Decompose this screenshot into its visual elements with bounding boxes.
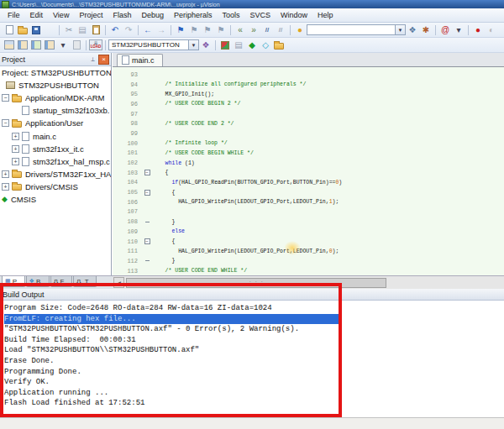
tree-item-cmsis[interactable]: ◆CMSIS: [0, 193, 111, 206]
help-search-icon[interactable]: @: [438, 24, 452, 36]
incremental-find-icon[interactable]: ✱: [419, 24, 433, 36]
collapse-icon[interactable]: −: [2, 119, 9, 127]
tree-item-label: STM32PUSHBUTTON: [18, 81, 99, 90]
tree-item-main-c[interactable]: +main.c: [0, 129, 111, 142]
editor-tab-main-c[interactable]: main.c: [117, 54, 163, 66]
outdent-icon[interactable]: «: [234, 24, 247, 36]
open-file-icon[interactable]: [16, 24, 29, 36]
find-in-files-icon[interactable]: ●: [293, 24, 307, 36]
copy-icon[interactable]: ▤: [76, 24, 89, 36]
options-for-target-icon[interactable]: ❖: [199, 39, 213, 51]
expand-icon[interactable]: +: [12, 145, 19, 153]
breakpoint-disable-icon[interactable]: ◐: [485, 24, 498, 36]
bookmark-prev-icon[interactable]: ⚑: [187, 24, 201, 36]
save-all-icon[interactable]: [43, 24, 56, 36]
fold-collapse-icon[interactable]: −: [144, 190, 150, 196]
bookmark-toggle-icon[interactable]: ⚑: [174, 24, 187, 36]
line-number: 98: [113, 120, 142, 127]
menu-help[interactable]: Help: [312, 10, 339, 20]
menu-flash[interactable]: Flash: [108, 10, 136, 20]
menu-window[interactable]: Window: [276, 10, 312, 20]
navigate-forward-icon[interactable]: →: [155, 24, 168, 36]
download-load-icon[interactable]: ⇊LOAD: [89, 39, 102, 51]
expand-icon[interactable]: +: [2, 183, 9, 191]
tree-item-drivers-stm32f1xx-hal-[interactable]: +Drivers/STM32F1xx_HAL_: [0, 168, 111, 180]
hscrollbar-thumb[interactable]: ⋮⋮⋮: [126, 278, 386, 288]
help-search-caret-icon[interactable]: ▾: [452, 24, 465, 36]
build-output-line: Verify OK.: [4, 377, 504, 388]
fold-collapse-icon[interactable]: −: [144, 238, 150, 244]
undo-icon[interactable]: ↶: [108, 24, 122, 36]
code-text: HAL_GPIO_WritePin(LEDOUT_GPIO_Port,LEDOU…: [152, 249, 339, 254]
new-file-icon[interactable]: [3, 24, 16, 36]
menu-project[interactable]: Project: [74, 10, 108, 20]
navigate-back-icon[interactable]: ←: [141, 24, 155, 36]
fold-collapse-icon[interactable]: −: [144, 170, 150, 175]
expand-icon[interactable]: +: [12, 133, 19, 140]
bookmark-clear-icon[interactable]: ⚑: [214, 24, 228, 36]
batch-build-caret-icon[interactable]: ▾: [56, 39, 70, 51]
configure-target-icon[interactable]: ◇: [259, 39, 272, 51]
editor-hscrollbar[interactable]: ◀ ⋮⋮⋮: [113, 275, 504, 289]
expand-icon[interactable]: +: [2, 170, 9, 178]
tab-books[interactable]: ❖B...: [26, 276, 50, 287]
paste-icon[interactable]: [89, 24, 102, 36]
search-combobox[interactable]: ▼: [307, 24, 406, 35]
tree-item-drivers-cmsis[interactable]: +Drivers/CMSIS: [0, 180, 111, 193]
code-area[interactable]: 9394 /* Initialize all configured periph…: [113, 67, 504, 275]
manage-components-icon[interactable]: [218, 39, 232, 51]
tree-item-application-user[interactable]: −Application/User: [0, 117, 111, 129]
menu-edit[interactable]: Edit: [25, 10, 49, 20]
menu-svcs[interactable]: SVCS: [245, 10, 276, 20]
tree-item-stm32f1xx-hal-msp-c[interactable]: +stm32f1xx_hal_msp.c: [0, 155, 111, 168]
target-combobox[interactable]: STM32PUSHBUTTON▼: [108, 39, 199, 50]
expand-icon[interactable]: +: [12, 158, 19, 165]
menu-view[interactable]: View: [48, 10, 74, 20]
tab-functions[interactable]: {} F...: [50, 276, 72, 287]
fold-end-mark: [145, 260, 150, 261]
find-icon[interactable]: ❖: [406, 24, 419, 36]
redo-icon[interactable]: ↷: [122, 24, 135, 36]
bookmark-next-icon[interactable]: ⚑: [201, 24, 214, 36]
tree-item-stm32pushbutton[interactable]: STM32PUSHBUTTON: [0, 79, 111, 92]
build-icon[interactable]: [16, 39, 29, 51]
rebuild-all-icon[interactable]: [29, 39, 43, 51]
build-output-title: Build Output: [3, 290, 45, 299]
indent-icon[interactable]: »: [247, 24, 260, 36]
translate-file-icon[interactable]: [3, 39, 16, 51]
code-text: if(HAL_GPIO_ReadPin(BUTTON_GPIO_Port,BUT…: [152, 180, 342, 186]
uncomment-icon[interactable]: //: [274, 24, 287, 36]
menu-tools[interactable]: Tools: [217, 10, 244, 20]
code-line: 113 /* USER CODE END WHILE */: [113, 266, 504, 275]
tab-templates[interactable]: {}, T...: [73, 276, 97, 287]
menu-file[interactable]: File: [3, 10, 25, 20]
file-extensions-icon[interactable]: ▤: [232, 39, 245, 51]
scroll-left-arrow-icon[interactable]: ◀: [113, 277, 124, 288]
save-icon[interactable]: [29, 24, 43, 36]
run-time-environment-icon[interactable]: ◆: [245, 39, 259, 51]
cut-icon[interactable]: ✂: [62, 24, 76, 36]
status-bar: [0, 417, 504, 429]
comment-icon[interactable]: //: [260, 24, 274, 36]
file-icon: [22, 144, 29, 154]
collapse-icon[interactable]: −: [2, 94, 9, 102]
build-output-body[interactable]: Program Size: Code=2648 RO-data=284 RW-d…: [0, 301, 504, 409]
batch-build-icon[interactable]: [43, 39, 56, 51]
tab-project[interactable]: ▦P...: [2, 276, 25, 287]
pack-installer-icon[interactable]: [272, 39, 286, 51]
menu-debug[interactable]: Debug: [136, 10, 169, 20]
pin-icon[interactable]: ⟂: [88, 55, 97, 64]
stop-build-icon[interactable]: [70, 39, 83, 51]
close-icon[interactable]: ×: [98, 55, 109, 65]
tree-item-project-stm32pushbutton[interactable]: Project: STM32PUSHBUTTON: [0, 66, 111, 79]
tree-item-stm32f1xx-it-c[interactable]: +stm32f1xx_it.c: [0, 143, 111, 155]
code-line: 111 HAL_GPIO_WritePin(LEDOUT_GPIO_Port,L…: [113, 246, 504, 256]
tree-item-application-mdk-arm[interactable]: −Application/MDK-ARM: [0, 92, 111, 104]
code-line: 94 /* Initialize all configured peripher…: [113, 80, 504, 90]
chevron-down-icon[interactable]: ▼: [188, 40, 198, 50]
breakpoint-icon[interactable]: ●: [471, 24, 485, 36]
tree-item-startup-stm32f103xb-[interactable]: startup_stm32f103xb.: [0, 104, 111, 117]
menu-peripherals[interactable]: Peripherals: [169, 10, 218, 20]
line-number: 107: [113, 208, 142, 215]
chevron-down-icon[interactable]: ▼: [395, 25, 405, 34]
